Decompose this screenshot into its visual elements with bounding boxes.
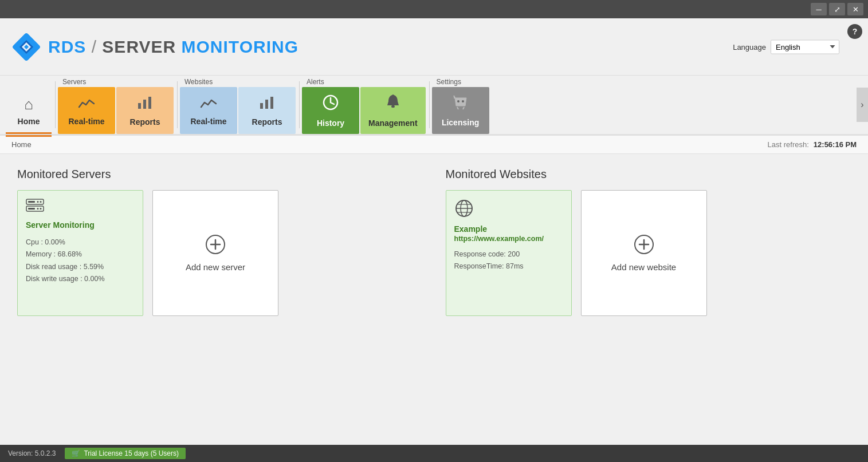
servers-reports-icon	[136, 95, 154, 114]
content-columns: Monitored Servers	[17, 168, 851, 334]
svg-rect-21	[28, 201, 35, 203]
servers-realtime-icon	[78, 96, 95, 113]
settings-licensing-icon	[453, 94, 469, 114]
alerts-management-icon	[386, 94, 400, 115]
svg-point-14	[462, 100, 464, 102]
nav-divider-3	[299, 81, 300, 128]
nav-tile-servers-reports[interactable]: Reports	[116, 87, 174, 134]
status-bar: Version: 5.0.2.3 🛒 Trial License 15 days…	[0, 445, 868, 462]
server-card-icon	[26, 199, 44, 216]
nav-tile-websites-realtime[interactable]: Real-time	[180, 87, 237, 134]
websites-cards-row: Example https://www.example.com/ Respons…	[446, 190, 851, 316]
nav-more-button[interactable]: ›	[857, 88, 868, 122]
license-text: Trial License 15 days (5 Users)	[84, 449, 179, 457]
website-card-0[interactable]: Example https://www.example.com/ Respons…	[446, 190, 572, 316]
settings-section-label: Settings	[432, 76, 489, 87]
websites-reports-label: Reports	[252, 117, 282, 127]
status-version: Version: 5.0.2.3	[8, 449, 56, 457]
nav-divider-2	[177, 81, 178, 128]
nav-section-websites: Websites Real-time Reports	[180, 76, 296, 134]
nav-tile-home[interactable]: ⌂ Home	[6, 87, 52, 134]
servers-realtime-label: Real-time	[68, 117, 104, 126]
alerts-section-label: Alerts	[302, 76, 426, 87]
servers-section-label: Servers	[58, 76, 174, 87]
server-card-name: Server Monitoring	[26, 220, 95, 230]
logo-icon	[11, 32, 41, 62]
svg-point-18	[37, 201, 39, 203]
monitored-websites-title: Monitored Websites	[446, 168, 851, 181]
active-tab-underline	[6, 132, 52, 134]
monitored-websites-col: Monitored Websites Example https	[446, 168, 851, 334]
close-button[interactable]: ✕	[847, 3, 863, 15]
language-label: Language	[733, 42, 766, 51]
website-card-url: https://www.example.com/	[454, 235, 544, 243]
home-label: Home	[18, 117, 40, 126]
svg-point-19	[40, 208, 42, 210]
title-bar: ─ ⤢ ✕	[0, 0, 868, 18]
help-button[interactable]: ?	[847, 24, 862, 39]
svg-rect-9	[270, 97, 273, 109]
add-website-label: Add new website	[611, 262, 676, 272]
svg-point-13	[457, 100, 459, 102]
monitored-servers-col: Monitored Servers	[17, 168, 423, 334]
server-disk-read: Disk read usage : 5.59%	[26, 261, 105, 273]
websites-reports-icon	[258, 95, 276, 114]
settings-licensing-label: Licensing	[442, 118, 479, 127]
svg-rect-4	[138, 103, 141, 109]
nav-divider-1	[55, 81, 56, 128]
server-cpu: Cpu : 0.00%	[26, 236, 105, 248]
websites-realtime-label: Real-time	[190, 117, 226, 126]
svg-rect-8	[265, 100, 268, 109]
status-license: 🛒 Trial License 15 days (5 Users)	[65, 448, 186, 459]
nav-tile-alerts-management[interactable]: Management	[360, 87, 426, 134]
language-select[interactable]: English	[771, 40, 839, 54]
server-memory: Memory : 68.68%	[26, 248, 105, 260]
server-card-stats: Cpu : 0.00% Memory : 68.68% Disk read us…	[26, 236, 105, 285]
website-response-code: Response code: 200	[454, 248, 524, 260]
logo-area: RDS / SERVER MONITORING	[11, 32, 299, 62]
nav-bar: ⌂ Home Servers Real-time	[0, 76, 868, 136]
minimize-button[interactable]: ─	[811, 3, 827, 15]
svg-point-20	[37, 208, 39, 210]
nav-section-settings: Settings Licensing	[432, 76, 489, 134]
maximize-button[interactable]: ⤢	[829, 3, 845, 15]
nav-section-servers: Servers Real-time Reports	[58, 76, 174, 134]
add-server-card[interactable]: Add new server	[152, 190, 278, 316]
header-right: Language English	[733, 40, 839, 54]
app-header: RDS / SERVER MONITORING Language English…	[0, 18, 868, 76]
server-disk-write: Disk write usage : 0.00%	[26, 273, 105, 285]
alerts-history-icon	[322, 94, 339, 115]
add-website-card[interactable]: Add new website	[581, 190, 707, 316]
alerts-management-label: Management	[368, 119, 418, 128]
websites-section-label: Websites	[180, 76, 296, 87]
svg-rect-5	[143, 100, 146, 109]
breadcrumb-bar: Home Last refresh: 12:56:16 PM	[0, 136, 868, 154]
svg-point-17	[40, 201, 42, 203]
server-card-0[interactable]: Server Monitoring Cpu : 0.00% Memory : 6…	[17, 190, 143, 316]
website-card-name: Example	[454, 224, 488, 234]
main-content: Monitored Servers	[0, 154, 868, 445]
license-icon: 🛒	[72, 449, 80, 457]
servers-cards-row: Server Monitoring Cpu : 0.00% Memory : 6…	[17, 190, 423, 316]
breadcrumb-text: Home	[11, 140, 32, 149]
last-refresh: Last refresh: 12:56:16 PM	[768, 140, 857, 149]
svg-rect-7	[260, 103, 263, 109]
nav-divider-4	[429, 81, 430, 128]
alerts-history-label: History	[317, 119, 344, 128]
websites-realtime-icon	[200, 96, 217, 113]
servers-reports-label: Reports	[130, 117, 160, 127]
nav-section-home: ⌂ Home	[6, 76, 52, 134]
nav-tile-websites-reports[interactable]: Reports	[238, 87, 296, 134]
svg-rect-11	[391, 105, 395, 108]
website-card-icon	[454, 199, 474, 222]
website-response-time: ResponseTime: 87ms	[454, 260, 524, 273]
website-card-stats: Response code: 200 ResponseTime: 87ms	[454, 248, 524, 273]
nav-tile-servers-realtime[interactable]: Real-time	[58, 87, 115, 134]
nav-tile-settings-licensing[interactable]: Licensing	[432, 87, 489, 134]
add-server-label: Add new server	[186, 262, 245, 272]
home-icon: ⌂	[24, 96, 33, 113]
nav-section-alerts: Alerts History	[302, 76, 426, 134]
add-server-icon	[205, 234, 226, 258]
last-refresh-time: 12:56:16 PM	[814, 140, 857, 149]
nav-tile-alerts-history[interactable]: History	[302, 87, 359, 134]
